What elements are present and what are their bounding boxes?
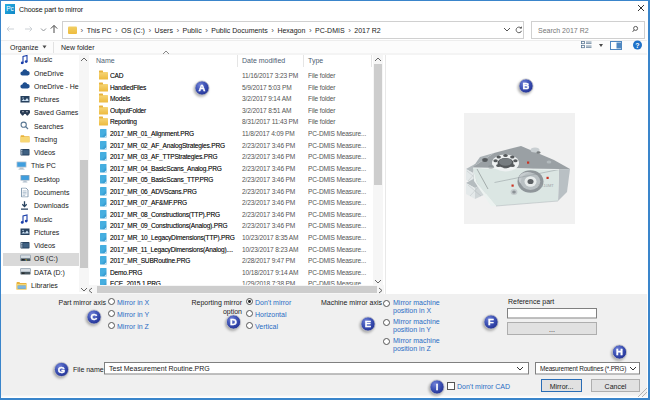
- svg-text:A: A: [199, 82, 206, 93]
- svg-text:H: H: [616, 346, 623, 357]
- svg-text:B: B: [523, 80, 530, 91]
- svg-text:G: G: [58, 364, 65, 375]
- svg-text:D: D: [230, 316, 237, 327]
- svg-text:C: C: [91, 311, 98, 322]
- svg-text:F: F: [488, 316, 494, 327]
- svg-text:E: E: [365, 318, 371, 329]
- svg-text:24.10MT: 24.10MT: [538, 183, 554, 188]
- svg-text:I: I: [436, 381, 439, 392]
